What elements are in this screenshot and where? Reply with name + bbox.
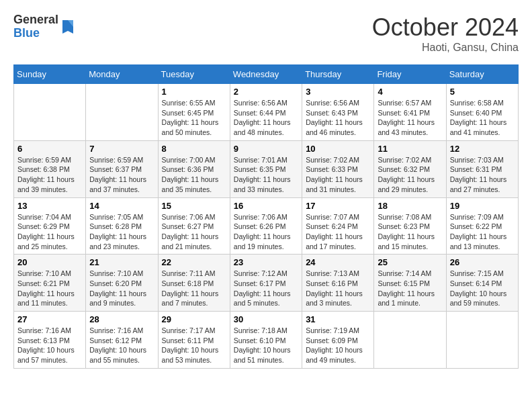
calendar-cell: 23Sunrise: 7:12 AM Sunset: 6:17 PM Dayli… [230,255,302,312]
calendar-cell: 28Sunrise: 7:16 AM Sunset: 6:12 PM Dayli… [86,312,158,369]
day-number: 8 [162,144,226,154]
month-title: October 2024 [372,13,519,42]
logo-blue-text: Blue [13,27,58,40]
calendar-cell: 2Sunrise: 6:56 AM Sunset: 6:44 PM Daylig… [230,84,302,141]
calendar-cell: 31Sunrise: 7:19 AM Sunset: 6:09 PM Dayli… [302,312,374,369]
location-title: Haoti, Gansu, China [372,42,519,54]
cell-info: Sunrise: 6:56 AM Sunset: 6:43 PM Dayligh… [306,98,370,138]
calendar-week-row: 1Sunrise: 6:55 AM Sunset: 6:45 PM Daylig… [14,84,519,141]
cell-info: Sunrise: 7:10 AM Sunset: 6:21 PM Dayligh… [17,269,82,308]
calendar-cell: 12Sunrise: 7:03 AM Sunset: 6:31 PM Dayli… [446,140,518,197]
calendar-week-row: 27Sunrise: 7:16 AM Sunset: 6:13 PM Dayli… [14,312,519,369]
day-number: 12 [450,144,515,154]
calendar-table: SundayMondayTuesdayWednesdayThursdayFrid… [13,64,519,369]
day-number: 30 [234,314,298,324]
day-number: 17 [306,201,370,211]
cell-info: Sunrise: 7:14 AM Sunset: 6:15 PM Dayligh… [378,269,442,308]
cell-info: Sunrise: 6:59 AM Sunset: 6:38 PM Dayligh… [17,155,82,195]
calendar-cell [446,312,518,369]
calendar-cell: 1Sunrise: 6:55 AM Sunset: 6:45 PM Daylig… [158,84,230,141]
calendar-cell: 22Sunrise: 7:11 AM Sunset: 6:18 PM Dayli… [158,255,230,312]
cell-info: Sunrise: 6:56 AM Sunset: 6:44 PM Dayligh… [234,98,298,138]
day-number: 18 [378,201,442,211]
day-number: 6 [17,144,82,154]
cell-info: Sunrise: 7:03 AM Sunset: 6:31 PM Dayligh… [450,155,515,195]
cell-info: Sunrise: 7:17 AM Sunset: 6:11 PM Dayligh… [162,326,226,365]
cell-info: Sunrise: 7:01 AM Sunset: 6:35 PM Dayligh… [234,155,298,195]
cell-info: Sunrise: 7:10 AM Sunset: 6:20 PM Dayligh… [89,269,154,308]
day-number: 3 [306,87,370,97]
calendar-cell: 4Sunrise: 6:57 AM Sunset: 6:41 PM Daylig… [374,84,446,141]
calendar-week-row: 20Sunrise: 7:10 AM Sunset: 6:21 PM Dayli… [14,255,519,312]
calendar-cell: 30Sunrise: 7:18 AM Sunset: 6:10 PM Dayli… [230,312,302,369]
calendar-cell: 27Sunrise: 7:16 AM Sunset: 6:13 PM Dayli… [14,312,86,369]
cell-info: Sunrise: 7:07 AM Sunset: 6:24 PM Dayligh… [306,212,370,252]
calendar-cell: 20Sunrise: 7:10 AM Sunset: 6:21 PM Dayli… [14,255,86,312]
weekday-header: Saturday [446,65,518,84]
calendar-cell: 10Sunrise: 7:02 AM Sunset: 6:33 PM Dayli… [302,140,374,197]
day-number: 29 [162,314,226,324]
day-number: 24 [306,257,370,267]
cell-info: Sunrise: 7:11 AM Sunset: 6:18 PM Dayligh… [162,269,226,308]
cell-info: Sunrise: 6:58 AM Sunset: 6:40 PM Dayligh… [450,98,515,138]
day-number: 20 [17,257,82,267]
day-number: 2 [234,87,298,97]
calendar-cell: 5Sunrise: 6:58 AM Sunset: 6:40 PM Daylig… [446,84,518,141]
logo: General Blue [13,13,76,40]
day-number: 27 [17,314,82,324]
cell-info: Sunrise: 7:18 AM Sunset: 6:10 PM Dayligh… [234,326,298,365]
day-number: 23 [234,257,298,267]
logo-general-text: General [13,13,58,27]
calendar-cell: 24Sunrise: 7:13 AM Sunset: 6:16 PM Dayli… [302,255,374,312]
day-number: 5 [450,87,515,97]
cell-info: Sunrise: 6:55 AM Sunset: 6:45 PM Dayligh… [162,98,226,138]
day-number: 26 [450,257,515,267]
weekday-header: Sunday [14,65,86,84]
calendar-cell: 8Sunrise: 7:00 AM Sunset: 6:36 PM Daylig… [158,140,230,197]
day-number: 14 [89,201,154,211]
calendar-cell: 7Sunrise: 6:59 AM Sunset: 6:37 PM Daylig… [86,140,158,197]
cell-info: Sunrise: 7:06 AM Sunset: 6:27 PM Dayligh… [162,212,226,252]
calendar-cell: 17Sunrise: 7:07 AM Sunset: 6:24 PM Dayli… [302,197,374,255]
calendar-cell: 25Sunrise: 7:14 AM Sunset: 6:15 PM Dayli… [374,255,446,312]
title-block: October 2024 Haoti, Gansu, China [372,13,519,54]
day-number: 31 [306,314,370,324]
calendar-header-row: SundayMondayTuesdayWednesdayThursdayFrid… [14,65,519,84]
calendar-cell: 9Sunrise: 7:01 AM Sunset: 6:35 PM Daylig… [230,140,302,197]
calendar-cell: 16Sunrise: 7:06 AM Sunset: 6:26 PM Dayli… [230,197,302,255]
cell-info: Sunrise: 6:57 AM Sunset: 6:41 PM Dayligh… [378,98,442,138]
cell-info: Sunrise: 7:06 AM Sunset: 6:26 PM Dayligh… [234,212,298,252]
calendar-cell: 21Sunrise: 7:10 AM Sunset: 6:20 PM Dayli… [86,255,158,312]
weekday-header: Thursday [302,65,374,84]
page-header: General Blue October 2024 Haoti, Gansu, … [13,13,519,54]
cell-info: Sunrise: 7:02 AM Sunset: 6:33 PM Dayligh… [306,155,370,195]
day-number: 25 [378,257,442,267]
cell-info: Sunrise: 7:13 AM Sunset: 6:16 PM Dayligh… [306,269,370,308]
calendar-cell: 15Sunrise: 7:06 AM Sunset: 6:27 PM Dayli… [158,197,230,255]
logo-icon [60,17,76,36]
day-number: 16 [234,201,298,211]
cell-info: Sunrise: 7:09 AM Sunset: 6:22 PM Dayligh… [450,212,515,252]
cell-info: Sunrise: 7:16 AM Sunset: 6:13 PM Dayligh… [17,326,82,365]
calendar-cell: 3Sunrise: 6:56 AM Sunset: 6:43 PM Daylig… [302,84,374,141]
cell-info: Sunrise: 7:16 AM Sunset: 6:12 PM Dayligh… [89,326,154,365]
cell-info: Sunrise: 7:12 AM Sunset: 6:17 PM Dayligh… [234,269,298,308]
cell-info: Sunrise: 7:00 AM Sunset: 6:36 PM Dayligh… [162,155,226,195]
day-number: 21 [89,257,154,267]
cell-info: Sunrise: 7:02 AM Sunset: 6:32 PM Dayligh… [378,155,442,195]
calendar-week-row: 6Sunrise: 6:59 AM Sunset: 6:38 PM Daylig… [14,140,519,197]
cell-info: Sunrise: 7:05 AM Sunset: 6:28 PM Dayligh… [89,212,154,252]
day-number: 15 [162,201,226,211]
day-number: 28 [89,314,154,324]
day-number: 22 [162,257,226,267]
cell-info: Sunrise: 7:19 AM Sunset: 6:09 PM Dayligh… [306,326,370,365]
day-number: 13 [17,201,82,211]
day-number: 9 [234,144,298,154]
calendar-cell: 29Sunrise: 7:17 AM Sunset: 6:11 PM Dayli… [158,312,230,369]
calendar-cell: 26Sunrise: 7:15 AM Sunset: 6:14 PM Dayli… [446,255,518,312]
calendar-cell: 11Sunrise: 7:02 AM Sunset: 6:32 PM Dayli… [374,140,446,197]
weekday-header: Tuesday [158,65,230,84]
day-number: 7 [89,144,154,154]
calendar-cell: 13Sunrise: 7:04 AM Sunset: 6:29 PM Dayli… [14,197,86,255]
weekday-header: Wednesday [230,65,302,84]
